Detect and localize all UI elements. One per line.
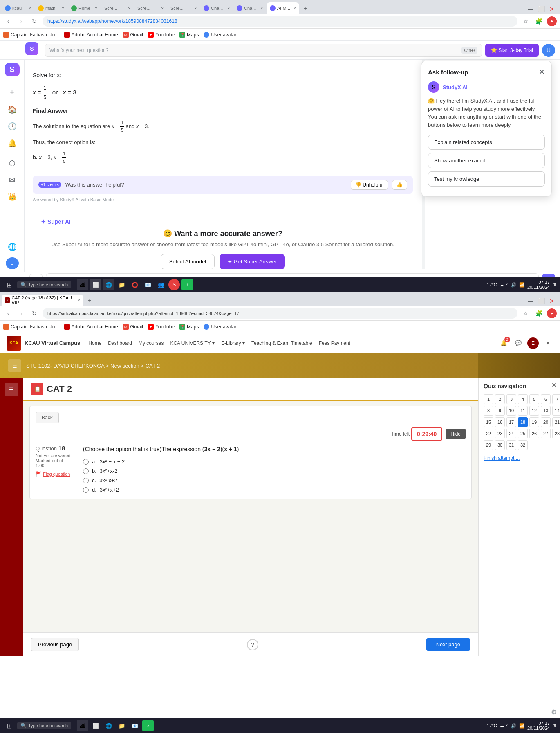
bottom-app-1[interactable]: 🏙 — [77, 720, 88, 731]
nav-elibrary[interactable]: E-Library ▾ — [221, 340, 245, 346]
bottom-folder[interactable]: 📁 — [116, 720, 128, 731]
forward-nav-btn[interactable]: › — [16, 16, 26, 26]
close-panel-btn[interactable]: ✕ — [551, 381, 557, 389]
option-a-radio[interactable] — [83, 459, 89, 465]
popup-close-btn[interactable]: ✕ — [539, 67, 545, 76]
bottom-bookmark-gmail[interactable]: M Gmail — [123, 324, 143, 330]
sidebar-mail-icon[interactable]: ✉ — [5, 173, 20, 187]
nav-timetable[interactable]: Teaching & Exam Timetable — [251, 340, 312, 346]
bottom-bookmark-youtube[interactable]: ▶ YouTube — [148, 324, 175, 330]
trial-button[interactable]: ⭐ Start 3-day Trial — [485, 44, 539, 57]
nav-cell-6[interactable]: 6 — [541, 394, 551, 404]
back-button[interactable]: Back — [36, 412, 59, 423]
option-c-radio[interactable] — [83, 478, 89, 483]
sidebar-history-icon[interactable]: 🕐 — [5, 120, 20, 133]
get-super-answer-button[interactable]: ✦ Get Super Answer — [220, 254, 285, 269]
sidebar-crown-icon[interactable]: 👑 — [5, 190, 20, 204]
notification-bell[interactable]: 🔔 2 — [498, 337, 509, 349]
nav-cell-27[interactable]: 27 — [541, 429, 551, 438]
chat-icon[interactable]: 💬 — [513, 337, 524, 349]
bottom-reload-btn[interactable]: ↻ — [29, 308, 39, 318]
tab-ai-active[interactable]: AI M... × — [267, 2, 299, 14]
bottom-close-btn[interactable]: ✕ — [547, 296, 557, 306]
nav-cell-19[interactable]: 19 — [529, 417, 539, 427]
windows-start-btn[interactable]: ⊞ — [3, 279, 15, 290]
tab-close-scre1[interactable]: × — [128, 6, 130, 11]
unhelpful-button[interactable]: 👎 Unhelpful — [351, 180, 388, 190]
bottom-app-2[interactable]: ⬜ — [90, 720, 101, 731]
bottom-star-btn[interactable]: ☆ — [521, 308, 531, 318]
menu-toggle-btn[interactable]: ☰ — [8, 359, 21, 372]
sidebar-user-icon[interactable]: U — [6, 257, 19, 269]
taskbar-spotify[interactable]: ♪ — [181, 279, 193, 290]
nav-cell-7[interactable]: 7 — [552, 394, 560, 404]
back-nav-btn[interactable]: ‹ — [3, 16, 13, 26]
nav-cell-16[interactable]: 16 — [495, 417, 505, 427]
taskbar-search[interactable]: 🔍 Type here to search — [17, 281, 71, 288]
flag-link[interactable]: Flag question — [43, 472, 70, 477]
tab-cha1[interactable]: Cha... × — [200, 2, 233, 14]
nav-cell-17[interactable]: 17 — [506, 417, 516, 427]
bottom-spotify[interactable]: ♪ — [142, 720, 154, 731]
bookmark-captain[interactable]: Captain Tsubasa: Ju... — [3, 32, 59, 38]
tab-close-cha1[interactable]: × — [227, 6, 230, 11]
nav-cell-20[interactable]: 20 — [541, 417, 551, 427]
tab-close-kcau[interactable]: × — [29, 6, 31, 11]
bottom-outlook[interactable]: 📧 — [129, 720, 141, 731]
sidebar-cube-icon[interactable]: ⬡ — [5, 157, 20, 170]
bottom-tab-active[interactable]: K CAT 2 (page 18 of 32) | KCAU VIR... × — [2, 295, 83, 306]
nav-cell-18-current[interactable]: 18 — [518, 417, 528, 427]
bottom-forward-btn[interactable]: › — [16, 308, 26, 318]
sidebar-bell-icon[interactable]: 🔔 — [5, 137, 20, 150]
tab-add-button[interactable]: + — [300, 2, 311, 14]
test-knowledge-btn[interactable]: Test my knowledge — [428, 171, 545, 187]
taskbar-outlook[interactable]: 📧 — [142, 279, 154, 290]
bottom-windows-btn[interactable]: ⊞ — [3, 720, 15, 731]
help-circle-btn[interactable]: ? — [247, 639, 258, 650]
sidebar-globe-icon[interactable]: 🌐 — [5, 240, 20, 254]
bottom-bookmark-maps[interactable]: 📍 Maps — [179, 324, 199, 330]
sidebar-home-icon[interactable]: 🏠 — [5, 103, 20, 117]
bottom-restore-btn[interactable]: ⬜ — [536, 296, 546, 306]
reload-btn[interactable]: ↻ — [29, 16, 39, 26]
tab-scre2[interactable]: Scre... × — [134, 2, 167, 14]
bottom-url-bar[interactable]: https://virtualcampus.kcau.ac.ke/mod/qui… — [43, 308, 517, 319]
select-model-button[interactable]: Select AI model — [161, 254, 215, 269]
tab-close-ai[interactable]: × — [293, 6, 296, 11]
finish-attempt-link[interactable]: Finish attempt ... — [484, 455, 520, 461]
nav-cell-10[interactable]: 10 — [506, 406, 516, 416]
tab-close-scre3[interactable]: × — [194, 6, 197, 11]
nav-cell-12[interactable]: 12 — [529, 406, 539, 416]
option-d-radio[interactable] — [83, 487, 89, 493]
bookmark-youtube[interactable]: ▶ YouTube — [148, 32, 175, 38]
taskbar-teams[interactable]: 👥 — [155, 279, 167, 290]
nav-cell-25[interactable]: 25 — [518, 429, 528, 438]
option-b-radio[interactable] — [83, 468, 89, 474]
tab-close-scre2[interactable]: × — [161, 6, 164, 11]
bookmark-star[interactable]: ☆ — [521, 16, 531, 26]
nav-cell-13[interactable]: 13 — [541, 406, 551, 416]
bottom-bookmark-avatar[interactable]: User avatar — [204, 324, 236, 330]
question-input[interactable]: What's your next question? Ctrl+/ — [45, 44, 482, 57]
bookmark-gmail[interactable]: M Gmail — [123, 32, 143, 38]
bottom-back-btn[interactable]: ‹ — [3, 308, 13, 318]
nav-courses[interactable]: My courses — [139, 340, 164, 346]
show-example-btn[interactable]: Show another example — [428, 153, 545, 168]
bottom-profile-icon[interactable]: ● — [547, 308, 557, 318]
tab-scre1[interactable]: Scre... × — [101, 2, 134, 14]
nav-cell-3[interactable]: 3 — [506, 394, 516, 404]
nav-university[interactable]: KCA UNIVERSITY ▾ — [170, 340, 214, 346]
option-d[interactable]: d. 3x²+x+2 — [83, 487, 466, 493]
nav-cell-21[interactable]: 21 — [552, 417, 560, 427]
bookmark-avatar[interactable]: User avatar — [204, 32, 236, 38]
restore-btn[interactable]: ⬜ — [536, 4, 546, 14]
bottom-edge[interactable]: 🌐 — [103, 720, 114, 731]
tab-close-math[interactable]: × — [62, 6, 64, 11]
nav-fees[interactable]: Fees Payment — [319, 340, 350, 346]
chevron-down-icon[interactable]: ▾ — [542, 337, 553, 349]
tab-close-cha2[interactable]: × — [260, 6, 263, 11]
prev-page-button[interactable]: Previous page — [31, 638, 79, 651]
bottom-bookmark-adobe[interactable]: Adobe Acrobat Home — [64, 324, 118, 330]
nav-cell-32[interactable]: 32 — [518, 440, 528, 450]
option-c[interactable]: c. 3x²-x+2 — [83, 477, 466, 483]
